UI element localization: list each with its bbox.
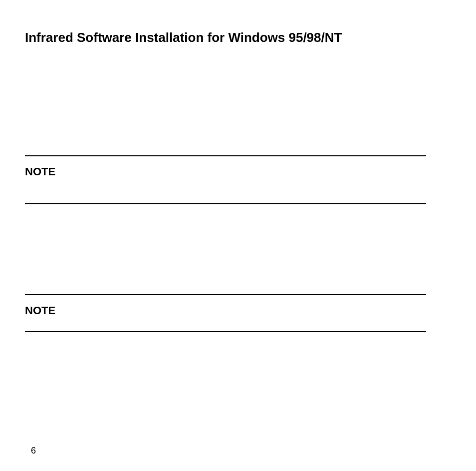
note-label-2: NOTE — [25, 304, 426, 317]
note-block-2: NOTE — [25, 294, 426, 332]
page-number: 6 — [31, 446, 36, 456]
note-block-1: NOTE — [25, 155, 426, 204]
page-title: Infrared Software Installation for Windo… — [25, 30, 426, 45]
note-label-1: NOTE — [25, 165, 426, 178]
